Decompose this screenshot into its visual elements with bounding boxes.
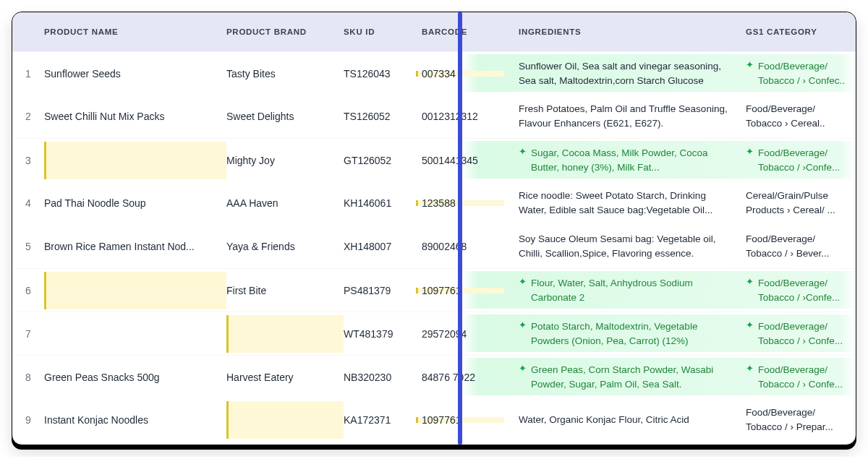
col-header-sku[interactable]: SKU ID (344, 27, 422, 36)
ingredients-text: Potato Starch, Maltodextrin, Vegetable P… (531, 319, 728, 348)
cell-product-brand[interactable]: Tasty Bites (226, 68, 344, 80)
cell-barcode[interactable]: 123588 (422, 197, 510, 209)
cell-product-brand[interactable]: Sweet Delights (226, 111, 344, 122)
cell-barcode[interactable]: 89002468 (422, 241, 510, 252)
cell-ingredients[interactable]: Soy Sauce Oleum Sesami bag: Vegetable oi… (510, 229, 740, 263)
table-row[interactable]: 7WT48137929572094✦Potato Starch, Maltode… (12, 312, 856, 355)
table-row[interactable]: 1Sunflower SeedsTasty BitesTS12604300733… (12, 51, 856, 95)
cell-product-name[interactable]: Brown Rice Ramen Instant Nod... (44, 241, 226, 252)
cell-category[interactable]: Cereal/Grain/Pulse Products › Cereal/ ..… (740, 186, 856, 220)
category-text: Food/Beverage/ Tobacco / › Bever... (746, 232, 848, 260)
col-header-barcode[interactable]: BARCODE (422, 27, 510, 36)
table-row[interactable]: 2Sweet Chilli Nut Mix PacksSweet Delight… (12, 95, 856, 138)
cell-ingredients[interactable]: ✦Potato Starch, Maltodextrin, Vegetable … (510, 317, 740, 351)
cell-product-name[interactable]: Pad Thai Noodle Soup (44, 197, 226, 209)
table-row[interactable]: 6First BitePS4813791097761✦Flour, Water,… (12, 268, 856, 312)
cell-ingredients[interactable]: ✦Green Peas, Corn Starch Powder, Wasabi … (510, 360, 740, 394)
table-row[interactable]: 9Instant Konjac NoodlesKA1723711097761Wa… (12, 398, 856, 442)
cell-product-name[interactable]: Sunflower Seeds (44, 68, 226, 80)
cell-category[interactable]: ✦Food/Beverage/ Tobacco / ›Confe... (740, 143, 856, 177)
cell-category[interactable]: ✦Food/Beverage/ Tobacco / ›Confe... (740, 273, 856, 307)
col-header-ingredients[interactable]: INGREDIENTS (510, 25, 740, 39)
cell-category[interactable]: Food/Beverage/ Tobacco › Cereal.. (740, 99, 856, 133)
col-header-brand[interactable]: PRODUCT BRAND (226, 27, 344, 36)
table-row[interactable]: 5Brown Rice Ramen Instant Nod...Yaya & F… (12, 225, 856, 268)
row-number: 8 (12, 372, 44, 383)
sparkle-icon: ✦ (519, 276, 527, 287)
cell-barcode[interactable]: 5001441345 (422, 155, 510, 166)
ingredients-text: Sunflower Oil, Sea salt and vinegar seas… (519, 59, 728, 87)
product-table-card: PRODUCT NAME PRODUCT BRAND SKU ID BARCOD… (12, 12, 856, 445)
row-number: 4 (12, 197, 44, 209)
barcode-text: 0012312312 (422, 111, 478, 122)
cell-ingredients[interactable]: Water, Organic Konjac Flour, Citric Acid (510, 410, 740, 430)
cell-product-brand[interactable]: Mighty Joy (226, 155, 344, 166)
barcode-text: 1097761 (422, 285, 461, 296)
cell-sku[interactable]: TS126043 (344, 68, 422, 80)
cell-product-name[interactable]: Sweet Chilli Nut Mix Packs (44, 111, 226, 122)
cell-sku[interactable]: KA172371 (344, 414, 422, 426)
cell-sku[interactable]: XH148007 (344, 241, 422, 252)
cell-ingredients[interactable]: Sunflower Oil, Sea salt and vinegar seas… (510, 56, 740, 90)
cell-ingredients[interactable]: ✦Sugar, Cocoa Mass, Milk Powder, Cocoa B… (510, 143, 740, 177)
category-text: Food/Beverage/ Tobacco / › Prepar... (746, 406, 848, 434)
table-row[interactable]: 3Mighty JoyGT1260525001441345✦Sugar, Coc… (12, 138, 856, 181)
cell-category[interactable]: ✦Food/Beverage/ Tobacco / › Confe... (740, 317, 856, 351)
row-number: 5 (12, 241, 44, 252)
col-header-category[interactable]: GS1 CATEGORY (740, 25, 856, 39)
cell-product-brand[interactable] (226, 315, 344, 353)
cell-barcode[interactable]: 84876 7922 (422, 372, 510, 383)
category-text: Food/Beverage/ Tobacco / › Confec.. (758, 59, 848, 87)
row-number: 7 (12, 328, 44, 340)
col-header-name[interactable]: PRODUCT NAME (44, 27, 226, 36)
cell-product-brand[interactable] (226, 401, 344, 439)
cell-sku[interactable]: PS481379 (344, 285, 422, 296)
table-body: 1Sunflower SeedsTasty BitesTS12604300733… (12, 51, 856, 442)
cell-category[interactable]: Food/Beverage/ Tobacco / › Prepar... (740, 403, 856, 437)
cell-barcode[interactable]: 0012312312 (422, 111, 510, 122)
cell-sku[interactable]: GT126052 (344, 155, 422, 166)
table-row[interactable]: 8Green Peas Snacks 500gHarvest EateryNB3… (12, 355, 856, 398)
barcode-text: 5001441345 (422, 155, 478, 166)
ingredients-text: Rice noodle: Sweet Potato Starch, Drinki… (519, 189, 728, 217)
sparkle-icon: ✦ (519, 319, 527, 330)
cell-product-brand[interactable]: Yaya & Friends (226, 241, 344, 252)
cell-ingredients[interactable]: ✦Flour, Water, Salt, Anhydrous Sodium Ca… (510, 273, 740, 307)
row-number: 3 (12, 155, 44, 166)
cell-product-name[interactable] (44, 142, 226, 179)
category-text: Food/Beverage/ Tobacco / › Confe... (758, 363, 848, 391)
cell-barcode[interactable]: 1097761 (422, 285, 510, 296)
category-text: Food/Beverage/ Tobacco › Cereal.. (746, 102, 848, 130)
row-number: 9 (12, 414, 44, 426)
cell-product-name[interactable]: Instant Konjac Noodles (44, 414, 226, 426)
column-divider-handle[interactable] (458, 12, 462, 445)
category-text: Food/Beverage/ Tobacco / › Confe... (758, 319, 848, 348)
cell-barcode[interactable]: 1097761 (422, 414, 510, 426)
sparkle-icon: ✦ (746, 146, 754, 157)
table-row[interactable]: 4Pad Thai Noodle SoupAAA HavenKH14606112… (12, 181, 856, 225)
ingredients-text: Soy Sauce Oleum Sesami bag: Vegetable oi… (519, 232, 728, 260)
cell-category[interactable]: ✦Food/Beverage/ Tobacco / › Confec.. (740, 56, 856, 90)
cell-category[interactable]: Food/Beverage/ Tobacco / › Bever... (740, 229, 856, 263)
cell-sku[interactable]: WT481379 (344, 328, 422, 340)
cell-product-name[interactable]: Green Peas Snacks 500g (44, 372, 226, 383)
cell-product-name[interactable] (44, 272, 226, 309)
cell-product-brand[interactable]: First Bite (226, 285, 344, 296)
cell-barcode[interactable]: 29572094 (422, 328, 510, 340)
sparkle-icon: ✦ (519, 363, 527, 374)
category-text: Cereal/Grain/Pulse Products › Cereal/ ..… (746, 189, 848, 217)
cell-ingredients[interactable]: Rice noodle: Sweet Potato Starch, Drinki… (510, 186, 740, 220)
ingredients-text: Green Peas, Corn Starch Powder, Wasabi P… (531, 363, 728, 391)
barcode-text: 123588 (422, 197, 456, 209)
cell-ingredients[interactable]: Fresh Potatoes, Palm Oil and Truffle Sea… (510, 99, 740, 133)
cell-sku[interactable]: TS126052 (344, 111, 422, 122)
cell-sku[interactable]: KH146061 (344, 197, 422, 209)
cell-product-brand[interactable]: AAA Haven (226, 197, 344, 209)
ingredients-text: Flour, Water, Salt, Anhydrous Sodium Car… (531, 276, 728, 304)
cell-category[interactable]: ✦Food/Beverage/ Tobacco / › Confe... (740, 360, 856, 394)
category-text: Food/Beverage/ Tobacco / ›Confe... (758, 276, 848, 304)
cell-product-brand[interactable]: Harvest Eatery (226, 372, 344, 383)
row-number: 1 (12, 68, 44, 80)
cell-sku[interactable]: NB320230 (344, 372, 422, 383)
cell-barcode[interactable]: 007334 (422, 68, 510, 80)
